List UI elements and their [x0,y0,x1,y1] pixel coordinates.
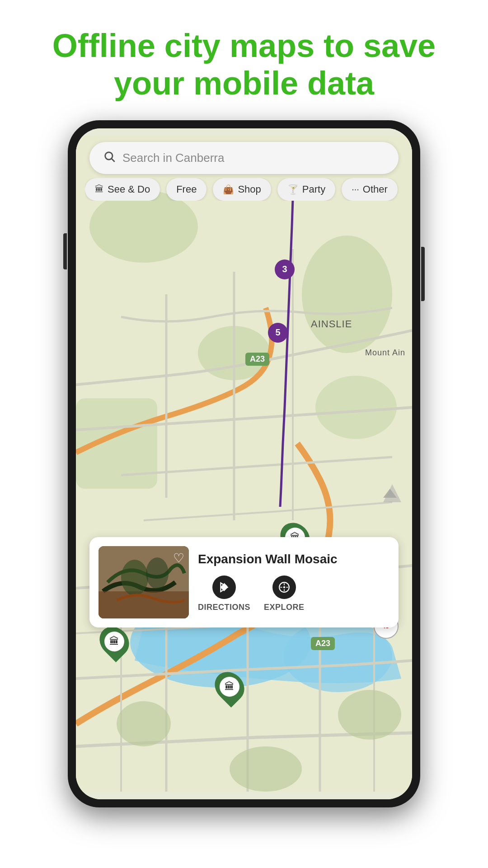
map-label-mount: Mount Ain [365,348,405,358]
directions-label: DIRECTIONS [198,603,250,612]
svg-point-21 [283,586,285,588]
cluster-badge-3[interactable]: 3 [275,259,295,279]
svg-point-2 [302,236,392,353]
road-badge-a23-lower: A23 [311,637,335,650]
popup-title: Expansion Wall Mosaic [198,552,389,566]
bag-icon: 👜 [223,184,234,195]
search-bar[interactable]: Search in Canberra [89,142,399,174]
chip-shop-label: Shop [238,184,261,195]
chip-free-label: Free [176,184,197,195]
explore-icon [272,576,296,599]
chip-free[interactable]: Free [166,178,206,201]
map-marker-7[interactable]: 🏛 [216,671,243,703]
map-marker-6[interactable]: 🏛 [101,626,128,657]
svg-point-17 [121,560,148,596]
favorite-icon[interactable]: ♡ [173,551,184,566]
map-label-ainslie: AINSLIE [311,318,352,330]
museum-icon: 🏛 [95,184,104,194]
popup-card: ♡ Expansion Wall Mosaic [89,537,399,627]
app-tagline: Offline city maps to save your mobile da… [0,0,488,120]
search-placeholder: Search in Canberra [122,151,224,165]
directions-icon [212,576,236,599]
phone-frame: 3 5 AINSLIE A23 Mount Ain 🏛 [68,120,420,807]
svg-rect-4 [76,398,157,489]
popup-actions: DIRECTIONS EXPLORE [198,576,389,612]
search-icon [103,150,116,166]
chip-party[interactable]: 🍸 Party [277,178,335,201]
chip-see-do[interactable]: 🏛 See & Do [85,178,160,201]
cocktail-icon: 🍸 [287,184,299,195]
road-badge-a23-upper: A23 [245,353,269,366]
svg-point-5 [315,376,397,439]
directions-action[interactable]: DIRECTIONS [198,576,250,612]
ellipsis-icon: ··· [352,184,359,194]
chip-other-label: Other [363,184,388,195]
explore-label: EXPLORE [264,603,305,612]
svg-point-1 [89,190,198,263]
filter-chips: 🏛 See & Do Free 👜 Shop 🍸 Party [85,178,403,201]
svg-point-13 [105,152,113,159]
cluster-badge-5[interactable]: 5 [268,323,288,343]
chip-party-label: Party [302,184,325,195]
explore-action[interactable]: EXPLORE [264,576,305,612]
svg-point-11 [338,690,401,740]
popup-info: Expansion Wall Mosaic [198,552,389,612]
map-background[interactable]: 3 5 AINSLIE A23 Mount Ain 🏛 [76,128,412,799]
svg-point-18 [146,557,169,589]
chip-other[interactable]: ··· Other [342,178,398,201]
chip-shop[interactable]: 👜 Shop [213,178,271,201]
chip-see-do-label: See & Do [108,184,150,195]
popup-image[interactable]: ♡ [99,546,189,618]
svg-line-14 [112,159,114,161]
svg-point-10 [117,701,171,746]
phone-screen: 3 5 AINSLIE A23 Mount Ain 🏛 [76,128,412,799]
svg-point-12 [230,746,302,792]
